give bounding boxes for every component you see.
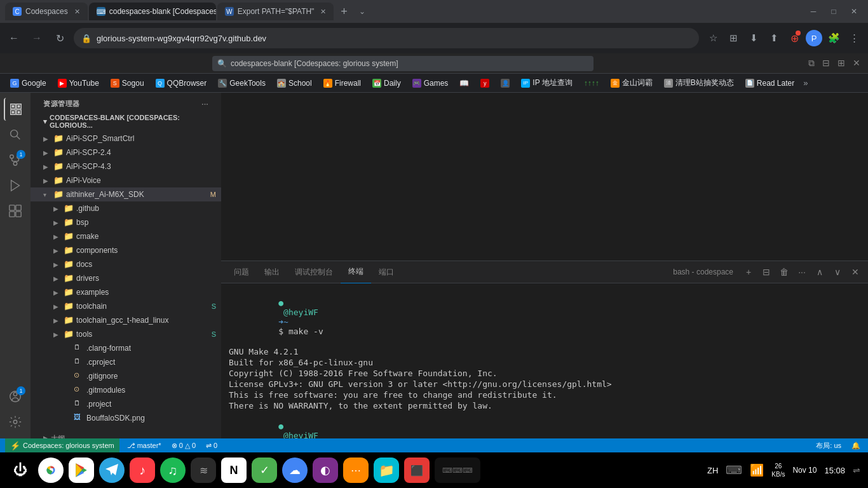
bookmark-qingli[interactable]: 清 清理B站抽奖动态: [659, 76, 739, 90]
bookmark-school[interactable]: 🏫 School: [272, 76, 317, 90]
address-bar[interactable]: 🔒 glorious-system-wg9xgv4qrr92vg7v.githu…: [74, 28, 699, 48]
activity-search[interactable]: [4, 123, 27, 146]
bookmark-ip[interactable]: IP IP 地址查询: [516, 76, 577, 90]
taskbar-icon-ticktick[interactable]: ✓: [252, 458, 277, 483]
taskbar-icon-extra1[interactable]: ≋: [191, 458, 216, 483]
file-buffalosdk[interactable]: 🖼 BouffaloSDK.png: [31, 411, 221, 425]
taskbar-icon-spotify[interactable]: ♫: [160, 458, 186, 483]
taskbar-arrow[interactable]: ⇌: [853, 465, 860, 475]
terminal-down-button[interactable]: ∨: [830, 264, 845, 280]
file-cmake[interactable]: ▶ 📁 cmake: [31, 229, 221, 243]
share-icon[interactable]: ⬆: [765, 29, 783, 47]
file-toolchaingcc[interactable]: ▶ 📁 toolchain_gcc_t-head_linux: [31, 313, 221, 327]
activity-extensions[interactable]: [4, 200, 27, 222]
file-github[interactable]: ▶ 📁 .github: [31, 201, 221, 215]
taskbar-icon-notion[interactable]: N: [221, 458, 247, 483]
new-tab-button[interactable]: +: [335, 3, 353, 20]
file-clangformat[interactable]: 🗒 .clang-format: [31, 341, 221, 355]
file-project[interactable]: 🗒 .project: [31, 397, 221, 411]
terminal-up-button[interactable]: ∧: [812, 264, 827, 280]
editor-layout-button[interactable]: ⊟: [820, 58, 832, 69]
status-errors[interactable]: ⊗ 0 △ 0: [169, 442, 198, 450]
terminal-content[interactable]: ● @heyiWF ➜~ $ make -v GNU Make 4.2.1 Bu…: [221, 283, 868, 438]
taskbar-icon-power[interactable]: ⏻: [8, 458, 33, 483]
vscode-search-bar[interactable]: 🔍 codespaces-blank [Codespaces: glorious…: [212, 56, 593, 71]
bookmark-google[interactable]: G Google: [5, 76, 51, 90]
taskbar-keyboard-icon[interactable]: ⌨: [726, 463, 742, 477]
activity-run[interactable]: [4, 174, 27, 197]
tab-problems[interactable]: 问题: [226, 261, 257, 283]
taskbar-icon-capture[interactable]: ⬛: [404, 458, 430, 483]
extensions-icon[interactable]: 🧩: [825, 29, 843, 47]
file-toolchain[interactable]: ▶ 📁 toolchain S: [31, 299, 221, 313]
activity-source-control[interactable]: 1: [4, 149, 27, 172]
bookmark-arrows[interactable]: ↑↑↑↑: [579, 76, 604, 90]
terminal-close-button[interactable]: ✕: [848, 264, 863, 280]
workspace-label[interactable]: ▾ CODESPACES-BLANK [CODESPACES: GLORIOUS…: [31, 112, 221, 132]
tab-close-word[interactable]: ✕: [320, 8, 326, 16]
outline-section[interactable]: ▶ 大纲: [31, 433, 221, 438]
status-branch[interactable]: ⎇ master*: [125, 442, 164, 450]
file-docs[interactable]: ▶ 📁 docs: [31, 257, 221, 271]
bookmark-jinshancihai[interactable]: 金 金山词霸: [606, 76, 658, 90]
terminal-more-button[interactable]: ···: [794, 264, 810, 280]
status-locale[interactable]: 布局: us: [813, 441, 844, 451]
taskbar-icon-chrome[interactable]: [38, 458, 64, 483]
activity-settings[interactable]: [4, 410, 27, 433]
status-bell[interactable]: 🔔: [849, 442, 863, 450]
split-terminal-button[interactable]: ⊟: [759, 264, 774, 280]
tab-output[interactable]: 输出: [257, 261, 287, 283]
close-window-button[interactable]: ✕: [845, 3, 863, 20]
maximize-button[interactable]: □: [825, 3, 843, 20]
file-gitmodules[interactable]: ⊙ .gitmodules: [31, 383, 221, 397]
taskbar-zh[interactable]: ZH: [707, 466, 718, 475]
tab-close-codespaces[interactable]: ✕: [74, 8, 80, 16]
tab-codespaces-blank[interactable]: ⌨ codespaces-blank [Codespaces... ✕: [89, 3, 216, 20]
tab-debug-console[interactable]: 调试控制台: [287, 261, 341, 283]
bookmark-readlater[interactable]: 📄 Read Later: [740, 76, 799, 90]
bookmark-avatar[interactable]: 👤: [496, 76, 515, 90]
tab-search-icon[interactable]: ⊞: [724, 29, 742, 47]
activity-explorer[interactable]: [4, 98, 27, 121]
bookmark-icon1[interactable]: 📖: [454, 76, 474, 90]
explorer-dots[interactable]: ···: [201, 100, 208, 108]
file-tools[interactable]: ▶ 📁 tools S: [31, 327, 221, 341]
file-aipiscp24[interactable]: ▶ 📁 AiPi-SCP-2.4: [31, 146, 221, 159]
reload-button[interactable]: ↻: [51, 29, 69, 47]
download-icon[interactable]: ⬇: [745, 29, 763, 47]
taskbar-network-icon[interactable]: 📶: [750, 463, 764, 477]
file-aipipvoice[interactable]: ▶ 📁 AiPi-Voice: [31, 173, 221, 187]
file-gitignore[interactable]: ⊙ .gitignore: [31, 369, 221, 383]
file-cproject[interactable]: 🗒 .cproject: [31, 355, 221, 369]
bookmarks-more[interactable]: »: [801, 78, 810, 88]
favorites-icon[interactable]: ⊕: [785, 29, 803, 47]
tab-ports[interactable]: 端口: [371, 261, 402, 283]
profile-icon[interactable]: P: [806, 30, 822, 46]
file-aithinker[interactable]: ▾ 📁 aithinker_Ai-M6X_SDK M: [31, 187, 221, 201]
taskbar-icon-music[interactable]: ♪: [130, 458, 155, 483]
status-remote[interactable]: ⚡ Codespaces: glorious system: [5, 438, 119, 452]
taskbar-icon-playstore[interactable]: [69, 458, 94, 483]
bookmark-youtube[interactable]: ▶ YouTube: [53, 76, 104, 90]
more-options-icon[interactable]: ⋮: [845, 29, 863, 47]
tab-terminal[interactable]: 终端: [341, 261, 371, 283]
taskbar-icon-extra2[interactable]: ⋯: [343, 458, 369, 483]
taskbar-icon-browser2[interactable]: ◐: [313, 458, 338, 483]
new-terminal-button[interactable]: +: [741, 264, 756, 280]
file-bsp[interactable]: ▶ 📁 bsp: [31, 215, 221, 229]
file-drivers[interactable]: ▶ 📁 drivers: [31, 271, 221, 285]
tab-overflow-button[interactable]: ⌄: [354, 7, 370, 16]
bookmark-geektools[interactable]: 🔧 GeekTools: [213, 76, 271, 90]
back-button[interactable]: ←: [5, 29, 23, 47]
activity-remote[interactable]: 1: [4, 385, 27, 408]
panel-button[interactable]: ⊞: [835, 58, 848, 69]
tab-export-path[interactable]: W Export PATH="$PATH" ✕: [217, 3, 334, 20]
minimize-button[interactable]: ─: [804, 3, 822, 20]
bookmark-daily[interactable]: 📅 Daily: [367, 76, 406, 90]
bookmark-games[interactable]: 🎮 Games: [407, 76, 454, 90]
bookmark-firewall[interactable]: 🔥 Firewall: [318, 76, 366, 90]
taskbar-icon-keyboard[interactable]: ⌨⌨⌨: [435, 458, 480, 483]
bookmark-y[interactable]: y: [475, 76, 494, 90]
taskbar-icon-files[interactable]: 📁: [374, 458, 399, 483]
file-components[interactable]: ▶ 📁 components: [31, 243, 221, 257]
